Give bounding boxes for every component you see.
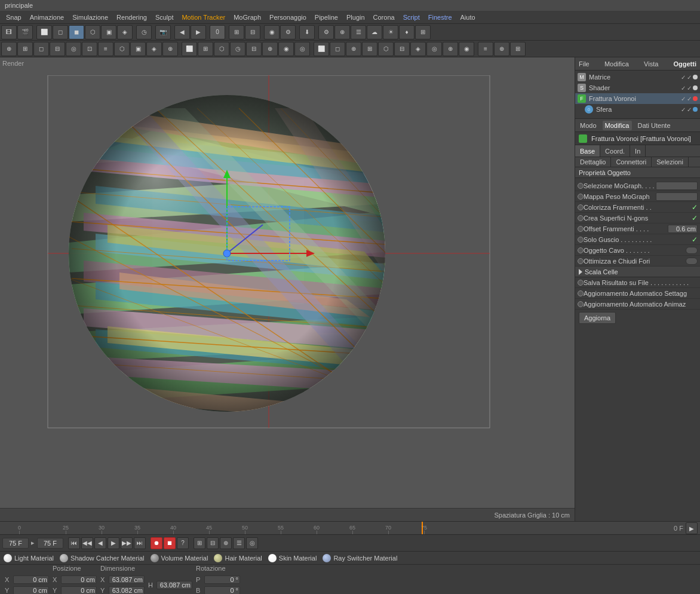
aggiorna-button[interactable]: Aggiorna: [579, 312, 616, 324]
tb-arrow-left[interactable]: ◀: [174, 25, 190, 39]
pos-y-input[interactable]: [13, 586, 49, 595]
tb2-6[interactable]: ⊡: [82, 42, 97, 56]
dim-x-input[interactable]: [109, 575, 145, 584]
tb-extra3[interactable]: ☰: [351, 25, 366, 39]
tb-shader2[interactable]: ⚙: [280, 25, 296, 39]
rot-b-input[interactable]: [204, 586, 240, 595]
record-btn[interactable]: ⏺: [151, 537, 162, 549]
obj-menu-modifica[interactable]: Modifica: [604, 60, 629, 68]
menu-aiuto[interactable]: Aiuto: [457, 13, 479, 22]
tab-modo[interactable]: Modo: [578, 121, 599, 130]
tb-cube[interactable]: ⬜: [36, 25, 52, 39]
tb2-12[interactable]: ⬜: [182, 42, 197, 56]
play-goto-end[interactable]: ⏭: [134, 537, 146, 549]
prop-input-offset[interactable]: [668, 225, 698, 233]
prop-input-selezione[interactable]: [656, 182, 698, 190]
menu-snap[interactable]: Snap: [2, 13, 25, 22]
obj-menu-vista[interactable]: Vista: [644, 60, 658, 68]
viewport-canvas[interactable]: Spaziatura Griglia : 10 cm: [0, 57, 575, 521]
tb-extra4[interactable]: ☁: [367, 25, 382, 39]
tb-mode-paint[interactable]: ▣: [101, 25, 116, 39]
play-extra2[interactable]: ⊟: [207, 537, 219, 549]
section-scala-celle[interactable]: Scala Celle: [575, 267, 700, 277]
tb-mode-tex[interactable]: ⬡: [85, 25, 100, 39]
frame-end-input[interactable]: [37, 538, 63, 549]
tb2-5[interactable]: ◎: [66, 42, 81, 56]
mat-volume[interactable]: Volume Material: [151, 554, 208, 562]
play-extra4[interactable]: ☰: [233, 537, 245, 549]
ptab-selezioni[interactable]: Selezioni: [652, 157, 689, 167]
frame-stepper-right[interactable]: ▶: [686, 522, 698, 534]
tb2-21[interactable]: ◻: [330, 42, 345, 56]
tb2-18[interactable]: ◉: [278, 42, 294, 56]
ptab-base[interactable]: Base: [575, 145, 600, 157]
play-back[interactable]: ◀: [94, 537, 106, 549]
tb-mode-obj[interactable]: ◻: [53, 25, 68, 39]
tb2-11[interactable]: ⊕: [162, 42, 178, 56]
tb2-28[interactable]: ⊕: [443, 42, 458, 56]
menu-script[interactable]: Script: [400, 13, 423, 22]
tb-extra5[interactable]: ☀: [383, 25, 398, 39]
tb-render-view[interactable]: 📷: [155, 25, 171, 39]
dim-h-input[interactable]: [156, 581, 192, 589]
frame-start-input[interactable]: [2, 538, 29, 549]
mat-ray-switcher[interactable]: Ray Switcher Material: [323, 554, 397, 562]
tb2-14[interactable]: ⬡: [214, 42, 229, 56]
tb-down[interactable]: ⬇: [299, 25, 315, 39]
tb-film2[interactable]: 🎬: [17, 25, 33, 39]
tb2-27[interactable]: ◎: [426, 42, 442, 56]
obj-row-frattura[interactable]: F Frattura Voronoi ✓ ✓: [575, 93, 700, 104]
menu-pipeline[interactable]: Pipeline: [311, 13, 342, 22]
tb2-8[interactable]: ⬡: [114, 42, 130, 56]
menu-animazione[interactable]: Animazione: [26, 13, 67, 22]
tb2-7[interactable]: ≡: [98, 42, 113, 56]
tb2-23[interactable]: ⊞: [362, 42, 377, 56]
mat-hair[interactable]: Hair Material: [214, 554, 262, 562]
tb-extra6[interactable]: ♦: [399, 25, 415, 39]
tb2-13[interactable]: ⊞: [198, 42, 213, 56]
tb2-29[interactable]: ◉: [459, 42, 474, 56]
menu-mograph[interactable]: MoGraph: [230, 13, 265, 22]
tb-mode-edit[interactable]: ◼: [69, 25, 84, 39]
tb2-3[interactable]: ◻: [33, 42, 49, 56]
tb-extra7[interactable]: ⊞: [415, 25, 431, 39]
menu-plugin[interactable]: Plugin: [343, 13, 369, 22]
menu-personaggio[interactable]: Personaggio: [266, 13, 310, 22]
obj-menu-oggetti[interactable]: Oggetti: [673, 60, 696, 68]
tb2-24[interactable]: ⬡: [378, 42, 394, 56]
menu-finestre[interactable]: Finestre: [425, 13, 456, 22]
tb-shader[interactable]: ◉: [264, 25, 280, 39]
tb2-1[interactable]: ⊕: [1, 42, 17, 56]
tb2-32[interactable]: ⊞: [510, 42, 526, 56]
rot-p-input[interactable]: [204, 575, 240, 584]
viewport[interactable]: Render: [0, 57, 575, 521]
play-settings[interactable]: ?: [177, 537, 189, 549]
tb2-10[interactable]: ◈: [146, 42, 162, 56]
tb-render2[interactable]: ⊟: [245, 25, 260, 39]
mat-shadow[interactable]: Shadow Catcher Material: [60, 554, 145, 562]
tb2-31[interactable]: ⊕: [494, 42, 509, 56]
play-goto-start[interactable]: ⏮: [68, 537, 80, 549]
play-prev-frame[interactable]: ◀◀: [81, 537, 93, 549]
play-forward[interactable]: ▶: [108, 537, 119, 549]
play-extra3[interactable]: ⊕: [220, 537, 232, 549]
tb2-4[interactable]: ⊟: [50, 42, 65, 56]
tab-dati-utente[interactable]: Dati Utente: [635, 121, 673, 130]
tb2-16[interactable]: ⊟: [246, 42, 262, 56]
menu-corona[interactable]: Corona: [370, 13, 398, 22]
mat-skin[interactable]: Skin Material: [268, 554, 317, 562]
tb-anim1[interactable]: ◷: [136, 25, 152, 39]
tb2-30[interactable]: ≡: [478, 42, 493, 56]
play-extra1[interactable]: ⊞: [194, 537, 205, 549]
tb-mode-sculpt[interactable]: ◈: [117, 25, 133, 39]
ptab-connettori[interactable]: Connettori: [611, 157, 652, 167]
play-next-frame[interactable]: ▶▶: [121, 537, 133, 549]
section-proprieta-oggetto[interactable]: Proprietà Oggetto: [575, 167, 700, 178]
prop-input-mappa[interactable]: [656, 192, 698, 201]
prop-toggle-ottimizza[interactable]: [686, 258, 698, 265]
pos-x-input[interactable]: [13, 575, 49, 584]
dim-y-input[interactable]: [109, 586, 145, 595]
ptab-dettaglio[interactable]: Dettaglio: [575, 157, 611, 167]
ptab-coord[interactable]: Coord.: [600, 145, 630, 157]
tb-render1[interactable]: ⊞: [229, 25, 244, 39]
